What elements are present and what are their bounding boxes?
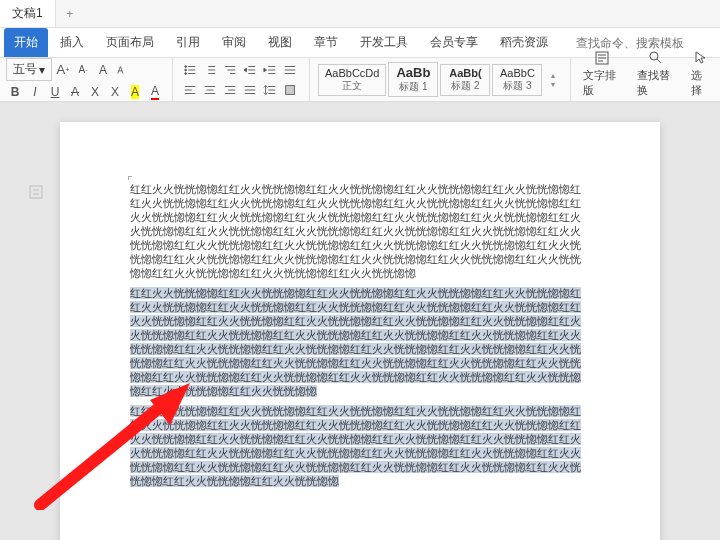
clear-format-button[interactable]: A (94, 61, 112, 79)
page[interactable]: 红红火火恍恍惚惚红红火火恍恍惚惚红红火火恍恍惚惚红红火火恍恍惚惚红红火火恍恍惚惚… (60, 122, 660, 540)
select-button[interactable]: 选择▾ (687, 50, 714, 109)
outline-icon[interactable] (28, 184, 44, 200)
styles-group: AaBbCcDd正文 AaBb标题 1 AaBb(标题 2 AaBbC标题 3 … (318, 58, 571, 101)
tab-view[interactable]: 视图 (258, 28, 302, 57)
style-heading1[interactable]: AaBb标题 1 (388, 62, 438, 97)
tab-insert[interactable]: 插入 (50, 28, 94, 57)
decrease-indent-button[interactable] (241, 61, 259, 79)
align-left-button[interactable] (181, 81, 199, 99)
document-tab[interactable]: 文稿1 (0, 0, 56, 27)
command-search[interactable] (572, 36, 686, 50)
italic-button[interactable]: I (26, 83, 44, 101)
align-right-button[interactable] (221, 81, 239, 99)
document-area[interactable]: 红红火火恍恍惚惚红红火火恍恍惚惚红红火火恍恍惚惚红红火火恍恍惚惚红红火火恍恍惚惚… (0, 102, 720, 540)
svg-rect-38 (286, 85, 295, 94)
tab-member[interactable]: 会员专享 (420, 28, 488, 57)
svg-point-6 (185, 72, 187, 74)
tab-stops-button[interactable] (281, 61, 299, 79)
paragraph[interactable]: 红红火火恍恍惚惚红红火火恍恍惚惚红红火火恍恍惚惚红红火火恍恍惚惚红红火火恍恍惚惚… (130, 404, 590, 488)
styles-expand-button[interactable]: ▴▾ (544, 71, 562, 89)
bold-button[interactable]: B (6, 83, 24, 101)
change-case-button[interactable] (114, 61, 132, 79)
paragraph[interactable]: 红红火火恍恍惚惚红红火火恍恍惚惚红红火火恍恍惚惚红红火火恍恍惚惚红红火火恍恍惚惚… (130, 182, 590, 280)
svg-rect-45 (30, 186, 42, 198)
add-tab-button[interactable]: + (56, 7, 84, 21)
tab-review[interactable]: 审阅 (212, 28, 256, 57)
multilevel-button[interactable] (221, 61, 239, 79)
highlight-button[interactable]: A (126, 83, 144, 101)
chevron-down-icon: ▾ (39, 63, 45, 77)
increase-indent-button[interactable] (261, 61, 279, 79)
style-normal[interactable]: AaBbCcDd正文 (318, 64, 386, 96)
document-body[interactable]: 红红火火恍恍惚惚红红火火恍恍惚惚红红火火恍恍惚惚红红火火恍恍惚惚红红火火恍恍惚惚… (130, 182, 590, 494)
strike-button[interactable]: A (66, 83, 84, 101)
style-heading2[interactable]: AaBb(标题 2 (440, 64, 490, 96)
svg-point-2 (185, 65, 187, 67)
paragraph[interactable]: 红红火火恍恍惚惚红红火火恍恍惚惚红红火火恍恍惚惚红红火火恍恍惚惚红红火火恍恍惚惚… (130, 286, 590, 398)
paragraph-group (181, 58, 310, 101)
increase-font-button[interactable]: A+ (54, 61, 72, 79)
bullets-button[interactable] (181, 61, 199, 79)
search-input[interactable] (576, 36, 686, 50)
tab-resource[interactable]: 稻壳资源 (490, 28, 558, 57)
tab-start[interactable]: 开始 (4, 28, 48, 57)
plus-icon: + (66, 7, 73, 21)
style-heading3[interactable]: AaBbC标题 3 (492, 64, 542, 96)
line-spacing-button[interactable] (261, 81, 279, 99)
shading-button[interactable] (281, 81, 299, 99)
ribbon-body: 五号 ▾ A+ A- A B I U A X X A A (0, 58, 720, 102)
svg-line-44 (657, 59, 661, 63)
document-tabs: 文稿1 + (0, 0, 720, 28)
font-color-button[interactable]: A (146, 83, 164, 101)
font-size-select[interactable]: 五号 ▾ (6, 58, 52, 81)
align-justify-button[interactable] (241, 81, 259, 99)
document-tab-label: 文稿1 (12, 5, 43, 22)
underline-button[interactable]: U (46, 83, 64, 101)
find-replace-button[interactable]: 查找替换▾ (633, 50, 679, 109)
tab-section[interactable]: 章节 (304, 28, 348, 57)
svg-point-43 (650, 52, 658, 60)
tab-reference[interactable]: 引用 (166, 28, 210, 57)
align-center-button[interactable] (201, 81, 219, 99)
font-group: 五号 ▾ A+ A- A B I U A X X A A (6, 58, 173, 101)
subscript-button[interactable]: X (106, 83, 124, 101)
decrease-font-button[interactable]: A- (74, 61, 92, 79)
tab-dev[interactable]: 开发工具 (350, 28, 418, 57)
superscript-button[interactable]: X (86, 83, 104, 101)
text-layout-button[interactable]: 文字排版▾ (579, 50, 625, 109)
svg-point-4 (185, 69, 187, 71)
tab-layout[interactable]: 页面布局 (96, 28, 164, 57)
ruler-mark-icon (128, 176, 132, 180)
numbering-button[interactable] (201, 61, 219, 79)
